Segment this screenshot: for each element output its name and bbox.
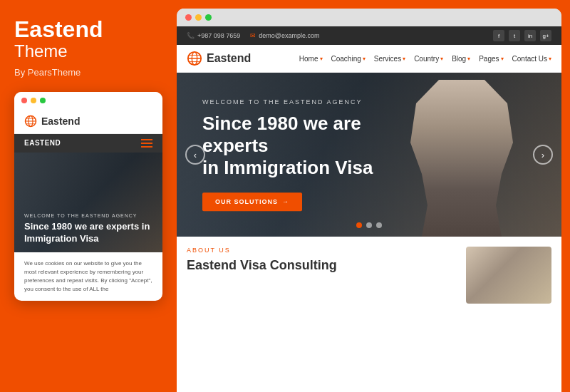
mobile-nav-label: EASTEND (24, 139, 61, 147)
facebook-icon[interactable]: f (493, 30, 504, 41)
desktop-hero: WELCOME TO THE EASTEND AGENCY Since 1980… (177, 73, 561, 237)
nav-country[interactable]: Country ▾ (414, 55, 443, 63)
desktop-nav: Eastend Home ▾ Coaching ▾ Services ▾ Cou… (177, 45, 561, 73)
our-solutions-button[interactable]: OUR SOLUTIONS → (202, 192, 302, 211)
hero-welcome-text: WELCOME TO THE EASTEND AGENCY (202, 98, 405, 105)
brand-subtitle: Theme (14, 42, 68, 61)
nav-contact[interactable]: Contact Us ▾ (512, 55, 551, 63)
mobile-nav-bar: EASTEND (14, 134, 162, 153)
email-icon: ✉ (250, 32, 256, 39)
mobile-logo-text: Eastend (41, 115, 80, 127)
email-info: ✉ demo@example.com (250, 32, 319, 39)
hero-prev-button[interactable]: ‹ (185, 145, 205, 165)
hero-dot-1[interactable] (356, 222, 362, 228)
hero-dot-2[interactable] (366, 222, 372, 228)
twitter-icon[interactable]: t (509, 30, 520, 41)
desktop-dot-yellow (195, 14, 202, 21)
mobile-hero-content: WELCOME TO THE EASTEND AGENCY Since 1980… (24, 213, 152, 245)
nav-logo[interactable]: Eastend (187, 51, 251, 66)
mobile-globe-icon (24, 115, 37, 128)
mobile-mockup: Eastend EASTEND WELCOME TO THE EASTEND A… (14, 92, 162, 301)
mobile-body-text: We use cookies on our website to give yo… (14, 252, 162, 301)
brand-title: Eastend (14, 17, 103, 42)
nav-pages[interactable]: Pages ▾ (479, 55, 503, 63)
hero-content: WELCOME TO THE EASTEND AGENCY Since 1980… (202, 98, 405, 211)
hero-btn-label: OUR SOLUTIONS (215, 198, 278, 205)
info-bar-left: 📞 +987 098 7659 ✉ demo@example.com (187, 32, 319, 39)
hero-heading-line1: Since 1980 we are experts (202, 113, 361, 156)
hero-btn-arrow: → (282, 198, 289, 205)
about-label: ABOUT US (187, 247, 456, 254)
mobile-hero: WELCOME TO THE EASTEND AGENCY Since 1980… (14, 153, 162, 252)
hero-dots (356, 222, 382, 228)
hero-heading-line2: in Immigration Visa (202, 158, 373, 179)
desktop-dot-green (205, 14, 212, 21)
phone-icon: 📞 (187, 32, 195, 39)
nav-coaching[interactable]: Coaching ▾ (331, 55, 366, 63)
mobile-dot-green (40, 98, 46, 103)
desktop-dot-red (185, 14, 192, 21)
mobile-dot-red (21, 98, 27, 103)
hero-next-button[interactable]: › (533, 145, 553, 165)
google-icon[interactable]: g+ (540, 30, 551, 41)
brand-by: By PearsTheme (14, 67, 81, 78)
nav-services[interactable]: Services ▾ (374, 55, 405, 63)
about-section: ABOUT US Eastend Visa Consulting (177, 237, 561, 392)
right-panel: 📞 +987 098 7659 ✉ demo@example.com f t i… (177, 9, 561, 392)
info-bar: 📞 +987 098 7659 ✉ demo@example.com f t i… (177, 26, 561, 45)
email-address: demo@example.com (259, 32, 319, 39)
hero-dot-3[interactable] (376, 222, 382, 228)
nav-blog[interactable]: Blog ▾ (452, 55, 470, 63)
left-panel: Eastend Theme By PearsTheme Eastend EAST… (0, 0, 177, 392)
desktop-browser: 📞 +987 098 7659 ✉ demo@example.com f t i… (177, 26, 561, 392)
nav-home[interactable]: Home ▾ (299, 55, 323, 63)
mobile-dot-yellow (31, 98, 36, 103)
mobile-hamburger-icon[interactable] (141, 139, 152, 148)
mobile-titlebar (14, 92, 162, 109)
nav-logo-text: Eastend (207, 52, 251, 65)
nav-links: Home ▾ Coaching ▾ Services ▾ Country ▾ B… (299, 55, 551, 63)
phone-number: +987 098 7659 (197, 32, 240, 39)
linkedin-icon[interactable]: in (524, 30, 536, 41)
social-icons: f t in g+ (493, 30, 551, 41)
about-heading: Eastend Visa Consulting (187, 258, 456, 273)
mobile-logo-bar: Eastend (14, 109, 162, 134)
phone-info: 📞 +987 098 7659 (187, 32, 240, 39)
desktop-titlebar (177, 9, 561, 26)
hero-heading: Since 1980 we are experts in Immigration… (202, 113, 405, 180)
mobile-welcome-text: WELCOME TO THE EASTEND AGENCY (24, 213, 152, 218)
about-text: ABOUT US Eastend Visa Consulting (187, 247, 456, 382)
nav-globe-icon (187, 51, 202, 66)
mobile-hero-heading: Since 1980 we are experts in Immigration… (24, 221, 152, 245)
about-image (466, 247, 551, 304)
